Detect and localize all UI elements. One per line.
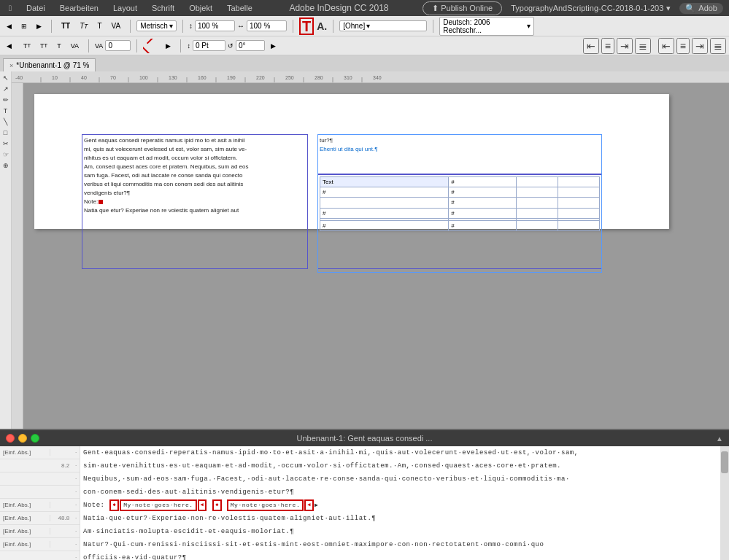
toolbar-btn-grid[interactable]: ⊞ [18,20,31,32]
menu-item-text[interactable]: Schrift [149,2,177,14]
size-icon2: ↔ [237,22,244,30]
story-line-5: Am·sinciatis·molupta·escidit·et·eaquis·m… [83,525,717,538]
menu-item-file[interactable]: Datei [23,2,48,14]
story-line-2: Nequibus,·sum·ad·eos·sam·fuga.·Facest,·o… [83,472,717,486]
toolbar-group-left: ◀ ⊞ ▶ [3,20,45,32]
story-editor: Unbenannt-1: Gent eaquas consedi ... ▲ [… [0,429,729,560]
tracking-input[interactable] [105,40,131,51]
tool-direct[interactable]: ↗ [3,84,9,94]
text-color-group: T A. [299,18,327,35]
publish-online-button[interactable]: ⬆ Publish Online [423,1,502,15]
superscript-button[interactable]: TT [20,40,34,52]
tool-hand[interactable]: ☞ [3,149,9,160]
document-name: TypographyAndScripting-CC-2018-0-1-203 ▾ [511,4,671,13]
text-content-right-top: tur?¶ Ehenti ut dita qui unt.¶ [320,136,600,154]
align-right2-button[interactable]: ⇥ [692,38,708,54]
language-dropdown[interactable]: Deutsch: 2006 Rechtschr... ▾ [439,17,534,36]
align-center-button[interactable]: ≡ [601,38,614,54]
story-editor-title-bar: Unbenannt-1: Gent eaquas consedi ... ▲ [0,430,729,446]
tool-zoom[interactable]: ⊕ [3,160,9,171]
story-line-6: Natur?·Qui·cum·renissi·nisciissi·sit·et·… [83,538,717,551]
toolbar2-left: ◀ [3,40,15,52]
separator6 [433,20,433,33]
minimize-window-button[interactable] [18,434,27,443]
menu-item-layout[interactable]: Layout [110,2,140,14]
tool-arrow[interactable]: ↖ [3,73,9,83]
toolbar-btn-right1[interactable]: ▶ [33,20,45,32]
search-area[interactable]: 🔍 Adob [679,3,723,14]
menu-item-apple[interactable]:  [6,2,15,14]
svg-text:250: 250 [285,75,294,80]
size-icon1: ↕ [189,22,193,30]
toolbar-btn-left1[interactable]: ◀ [3,20,15,32]
arrow-right-btn[interactable]: ▶ [162,40,174,52]
align-right-button[interactable]: ⇥ [617,38,633,54]
align-center2-button[interactable]: ≡ [676,38,690,54]
tab-close-icon[interactable]: × [9,62,13,69]
svg-text:340: 340 [373,75,382,80]
menu-item-table[interactable]: Tabelle [224,2,255,14]
story-main-text[interactable]: Gent·eaquas·consedi·reperatis·namus·ipid… [80,446,720,560]
rotation-input[interactable] [236,40,265,51]
font-TT-button[interactable]: TT [58,20,74,32]
tool-rect[interactable]: □ [4,128,7,138]
tool-text[interactable]: T [4,106,8,116]
chevron-down-icon: ▾ [366,22,370,30]
story-scrollbar-btn[interactable]: ▲ [716,434,723,443]
svg-text:70: 70 [110,75,116,80]
tool-line[interactable]: ╲ [4,117,7,127]
character-style-dropdown[interactable]: [Ohne] ▾ [339,20,427,31]
story-line-4: Natia·que·etur?·Experiae·non·re·volestis… [83,512,717,525]
kerning2-button[interactable]: VA [67,40,82,52]
font-name-dropdown[interactable]: Metrisch ▾ [136,20,177,31]
text-frame-right-top[interactable]: tur?¶ Ehenti ut dita qui unt.¶ [317,134,602,174]
baseline-input[interactable] [193,40,225,51]
kerning-button[interactable]: VA [108,20,125,32]
menu-item-object[interactable]: Objekt [186,2,215,14]
a-icon[interactable]: A. [317,20,327,32]
text-content-main: Gent eaquas consedi reperatis namus ipid… [84,136,306,215]
separator7 [88,39,89,52]
chevron-down-icon: ▾ [527,22,531,30]
text-tool-icon[interactable]: T [299,18,314,35]
text-frame-main[interactable]: Gent eaquas consedi reperatis namus ipid… [82,134,308,269]
main-canvas-area: ↖ ↗ ✏ T ╲ □ ✂ ☞ ⊕ -40 10 40 70 100 130 1… [0,71,729,429]
story-row-7: · [0,551,80,560]
close-window-button[interactable] [6,434,15,443]
tracking-icon: VA [95,42,103,50]
maximize-window-button[interactable] [31,434,39,443]
subscript-button[interactable]: TT [36,40,51,52]
size-group: ↕ ↔ [189,20,287,31]
baseline-icon: ↕ [187,42,190,50]
align-left-button[interactable]: ⇤ [583,38,599,54]
toolbar2-btn1[interactable]: ◀ [3,40,15,52]
tool-pen[interactable]: ✏ [3,95,9,105]
document-tab[interactable]: × *Unbenannt-1 @ 71 % [3,58,96,71]
toolbar-row1: ◀ ⊞ ▶ TT TT T VA Metrisch ▾ ↕ ↔ T A. [Oh… [0,16,729,36]
menu-item-edit[interactable]: Bearbeiten [57,2,101,14]
window-controls [6,434,39,443]
svg-text:280: 280 [315,75,323,80]
chevron-down-icon[interactable]: ▾ [666,4,671,13]
story-line-0: Gent·eaquas·consedi·reperatis·namus·ipid… [83,446,717,459]
story-scrollbar[interactable] [720,446,729,560]
scrollbar-thumb[interactable] [721,451,728,473]
canvas[interactable]: Gent eaquas consedi reperatis namus ipid… [23,83,729,429]
tool-scissors[interactable]: ✂ [3,139,9,149]
font-TT2-button[interactable]: TT [76,20,91,32]
story-line-3: con·conem·sedi·des·aut·alitinis·vendigen… [83,486,717,499]
separator8 [136,39,137,52]
rotation-arrow-btn[interactable]: ▶ [267,40,279,52]
separator4 [293,20,293,33]
font-size-input[interactable] [195,20,235,31]
justify2-button[interactable]: ≣ [710,38,726,54]
justify-button[interactable]: ≣ [635,38,651,54]
font-T-button[interactable]: T [93,20,105,32]
allcaps-button[interactable]: T [53,40,65,52]
table-frame[interactable]: Text # # # # [317,174,602,269]
strikethrough-icon[interactable] [143,39,158,53]
align-left2-button[interactable]: ⇤ [658,38,674,54]
story-row-0: [Einf. Abs.] · [0,446,80,459]
width-input[interactable] [247,20,287,31]
table-content: Text # # # # [320,176,600,231]
